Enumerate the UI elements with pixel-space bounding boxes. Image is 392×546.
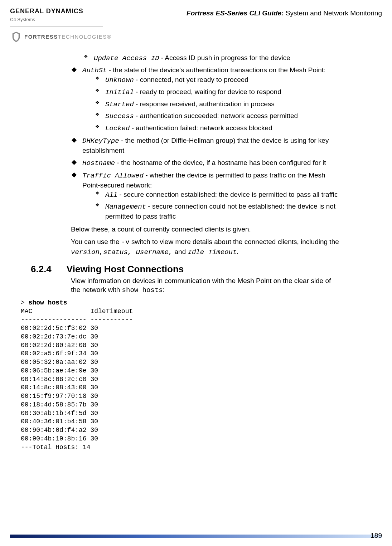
list-item: Initial - ready to proceed, waiting for … — [93, 87, 339, 97]
table-row: 00:15:f9:97:70:18 30 — [21, 393, 98, 400]
para-verbose-switch: You can use the -v switch to view more d… — [71, 237, 339, 257]
table-row: 00:40:36:01:b4:58 30 — [21, 418, 98, 425]
table-row: 00:14:8c:08:43:00 30 — [21, 384, 98, 391]
document-title: Fortress ES-Series CLI Guide: System and… — [187, 7, 382, 17]
table-row: 00:30:ab:1b:4f:5d 30 — [21, 410, 98, 417]
table-row: 00:14:8c:08:2c:c0 30 — [21, 376, 98, 383]
list-continued: Update Access ID - Access ID push in pro… — [71, 53, 339, 63]
list-item: Started - response received, authenticat… — [93, 99, 339, 109]
table-row: 00:02:2d:80:a2:08 30 — [21, 342, 98, 349]
section-intro: View information on devices in communica… — [71, 276, 339, 295]
list-item: AuthSt - the state of the device's authe… — [71, 65, 339, 133]
list-item: Traffic Allowed - whether the device is … — [71, 171, 339, 221]
table-row: 00:02:a5:6f:9f:34 30 — [21, 350, 98, 357]
table-row: 00:90:4b:0d:f4:a2 30 — [21, 426, 98, 434]
terminal-output: > show hosts MAC IdleTimeout -----------… — [21, 299, 339, 452]
list-item: Success - authentication succeeded: netw… — [93, 111, 339, 121]
section-number: 6.2.4 — [31, 264, 52, 275]
list-item: Update Access ID - Access ID push in pro… — [82, 53, 339, 63]
table-row: 00:90:4b:19:8b:16 30 — [21, 435, 98, 442]
fortress-logo-text: FORTRESSTECHNOLOGIES® — [24, 33, 111, 40]
terminal-prompt: > — [21, 299, 29, 306]
list-item: All - secure connection established: the… — [93, 190, 339, 200]
gd-logo: GENERAL DYNAMICS C4 Systems — [10, 7, 111, 23]
page-header: GENERAL DYNAMICS C4 Systems FORTRESSTECH… — [10, 7, 382, 43]
table-row: 00:02:2d:73:7e:dc 30 — [21, 333, 98, 340]
terminal-total: ---Total Hosts: 14 — [21, 444, 90, 451]
section-title: Viewing Host Connections — [67, 264, 184, 275]
terminal-header: MAC IdleTimeout — [21, 308, 133, 315]
gd-logo-text: GENERAL DYNAMICS — [10, 8, 83, 15]
table-row: 00:06:5b:ae:4e:9e 30 — [21, 367, 98, 374]
list-item: Locked - authentication failed: network … — [93, 123, 339, 133]
authst-values: Unknown - connected, not yet ready to pr… — [82, 75, 339, 133]
table-row: 00:18:4d:58:85:7b 30 — [21, 401, 98, 408]
list-item: Hostname - the hostname of the device, i… — [71, 158, 339, 168]
terminal-command: show hosts — [29, 299, 67, 306]
table-row: 00:05:32:0a:aa:02 30 — [21, 359, 98, 366]
gd-logo-sub: C4 Systems — [10, 17, 35, 22]
traffic-values: All - secure connection established: the… — [82, 190, 339, 221]
list-item: Management - secure connection could not… — [93, 202, 339, 221]
page-footer: 189 — [10, 535, 382, 538]
logo-block: GENERAL DYNAMICS C4 Systems FORTRESSTECH… — [10, 7, 111, 43]
list-item: Unknown - connected, not yet ready to pr… — [93, 75, 339, 85]
list-item: DHKeyType - the method (or Diffie-Hellma… — [71, 136, 339, 155]
logo-divider — [10, 26, 103, 27]
table-row: 00:02:2d:5c:f3:02 30 — [21, 325, 98, 332]
para-below: Below these, a count of currently connec… — [71, 225, 339, 234]
field-list: AuthSt - the state of the device's authe… — [71, 65, 339, 221]
content-body: Update Access ID - Access ID push in pro… — [71, 53, 339, 452]
page-number: 189 — [371, 532, 382, 540]
terminal-sep: ----------------- ----------- — [21, 316, 133, 323]
section-heading: 6.2.4 Viewing Host Connections — [31, 264, 339, 275]
fortress-icon — [10, 30, 22, 43]
footer-bar — [10, 535, 382, 538]
fortress-logo: FORTRESSTECHNOLOGIES® — [10, 30, 111, 43]
